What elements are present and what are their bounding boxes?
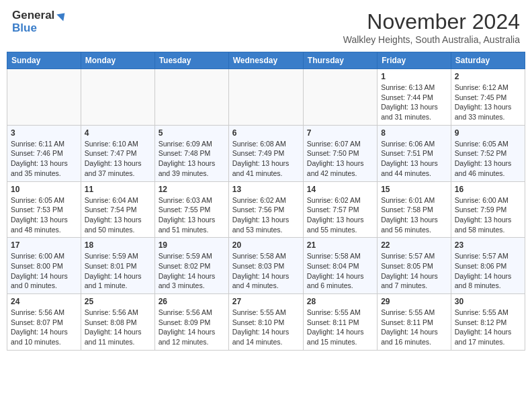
day-number: 28 — [307, 297, 373, 306]
calendar-day-cell: 12Sunrise: 6:03 AM Sunset: 7:55 PM Dayli… — [154, 181, 228, 238]
calendar-header-friday: Friday — [378, 52, 451, 69]
calendar-day-cell — [81, 69, 154, 126]
day-info: Sunrise: 5:56 AM Sunset: 8:07 PM Dayligh… — [11, 308, 77, 347]
calendar-day-cell — [303, 69, 377, 126]
day-info: Sunrise: 6:07 AM Sunset: 7:50 PM Dayligh… — [307, 139, 373, 179]
day-number: 17 — [11, 240, 77, 250]
day-info: Sunrise: 6:01 AM Sunset: 7:58 PM Dayligh… — [381, 195, 447, 235]
day-info: Sunrise: 6:04 AM Sunset: 7:54 PM Dayligh… — [85, 195, 151, 235]
day-info: Sunrise: 6:05 AM Sunset: 7:52 PM Dayligh… — [455, 139, 521, 179]
day-info: Sunrise: 5:59 AM Sunset: 8:02 PM Dayligh… — [159, 251, 225, 291]
calendar-day-cell: 13Sunrise: 6:02 AM Sunset: 7:56 PM Dayli… — [228, 181, 303, 238]
calendar-day-cell: 1Sunrise: 6:13 AM Sunset: 7:44 PM Daylig… — [378, 69, 451, 126]
day-number: 1 — [381, 72, 447, 81]
day-info: Sunrise: 6:09 AM Sunset: 7:48 PM Dayligh… — [159, 139, 225, 179]
calendar-day-cell: 30Sunrise: 5:55 AM Sunset: 8:12 PM Dayli… — [451, 294, 525, 351]
calendar-day-cell: 21Sunrise: 5:58 AM Sunset: 8:04 PM Dayli… — [303, 238, 377, 294]
day-info: Sunrise: 6:05 AM Sunset: 7:53 PM Dayligh… — [11, 195, 77, 235]
day-number: 18 — [85, 240, 151, 250]
day-number: 3 — [11, 128, 77, 138]
calendar-day-cell: 7Sunrise: 6:07 AM Sunset: 7:50 PM Daylig… — [303, 125, 377, 181]
day-info: Sunrise: 5:55 AM Sunset: 8:12 PM Dayligh… — [455, 308, 521, 347]
day-info: Sunrise: 5:59 AM Sunset: 8:01 PM Dayligh… — [85, 251, 151, 291]
calendar-header-saturday: Saturday — [451, 52, 525, 69]
day-number: 4 — [85, 128, 151, 138]
calendar-day-cell: 24Sunrise: 5:56 AM Sunset: 8:07 PM Dayli… — [7, 294, 81, 351]
day-number: 8 — [381, 128, 447, 138]
day-info: Sunrise: 5:56 AM Sunset: 8:09 PM Dayligh… — [159, 308, 225, 347]
calendar-day-cell: 16Sunrise: 6:00 AM Sunset: 7:59 PM Dayli… — [451, 181, 525, 238]
calendar-header-sunday: Sunday — [7, 52, 81, 69]
day-info: Sunrise: 5:57 AM Sunset: 8:06 PM Dayligh… — [455, 251, 521, 291]
day-info: Sunrise: 6:02 AM Sunset: 7:56 PM Dayligh… — [232, 195, 300, 235]
day-number: 10 — [11, 185, 77, 194]
day-info: Sunrise: 5:55 AM Sunset: 8:11 PM Dayligh… — [307, 308, 373, 347]
calendar-day-cell: 9Sunrise: 6:05 AM Sunset: 7:52 PM Daylig… — [451, 125, 525, 181]
calendar-day-cell — [7, 69, 81, 126]
day-number: 13 — [232, 185, 300, 194]
day-info: Sunrise: 6:10 AM Sunset: 7:47 PM Dayligh… — [85, 139, 151, 179]
day-info: Sunrise: 6:06 AM Sunset: 7:51 PM Dayligh… — [381, 139, 447, 179]
calendar-week-row: 24Sunrise: 5:56 AM Sunset: 8:07 PM Dayli… — [7, 294, 525, 351]
day-info: Sunrise: 6:12 AM Sunset: 7:45 PM Dayligh… — [455, 83, 521, 122]
calendar-week-row: 1Sunrise: 6:13 AM Sunset: 7:44 PM Daylig… — [7, 69, 525, 126]
calendar-day-cell: 26Sunrise: 5:56 AM Sunset: 8:09 PM Dayli… — [154, 294, 228, 351]
calendar-week-row: 17Sunrise: 6:00 AM Sunset: 8:00 PM Dayli… — [7, 238, 525, 294]
calendar-table: SundayMondayTuesdayWednesdayThursdayFrid… — [7, 52, 525, 351]
logo-arrow-icon — [57, 10, 69, 21]
day-info: Sunrise: 6:00 AM Sunset: 8:00 PM Dayligh… — [11, 251, 77, 291]
calendar-header-monday: Monday — [81, 52, 154, 69]
calendar-day-cell: 10Sunrise: 6:05 AM Sunset: 7:53 PM Dayli… — [7, 181, 81, 238]
calendar-week-row: 3Sunrise: 6:11 AM Sunset: 7:46 PM Daylig… — [7, 125, 525, 181]
day-number: 30 — [455, 297, 521, 306]
calendar-day-cell: 8Sunrise: 6:06 AM Sunset: 7:51 PM Daylig… — [378, 125, 451, 181]
day-number: 29 — [381, 297, 447, 306]
day-info: Sunrise: 5:55 AM Sunset: 8:11 PM Dayligh… — [381, 308, 447, 347]
day-number: 27 — [232, 297, 300, 306]
calendar-day-cell: 17Sunrise: 6:00 AM Sunset: 8:00 PM Dayli… — [7, 238, 81, 294]
calendar-day-cell: 15Sunrise: 6:01 AM Sunset: 7:58 PM Dayli… — [378, 181, 451, 238]
day-number: 22 — [381, 240, 447, 250]
day-info: Sunrise: 6:03 AM Sunset: 7:55 PM Dayligh… — [159, 195, 225, 235]
calendar-day-cell: 27Sunrise: 5:55 AM Sunset: 8:10 PM Dayli… — [228, 294, 303, 351]
calendar-day-cell — [154, 69, 228, 126]
page-subtitle: Walkley Heights, South Australia, Austra… — [343, 34, 520, 45]
day-info: Sunrise: 6:02 AM Sunset: 7:57 PM Dayligh… — [307, 195, 373, 235]
day-info: Sunrise: 6:08 AM Sunset: 7:49 PM Dayligh… — [232, 139, 300, 179]
calendar-day-cell: 28Sunrise: 5:55 AM Sunset: 8:11 PM Dayli… — [303, 294, 377, 351]
day-number: 25 — [85, 297, 151, 306]
day-info: Sunrise: 5:56 AM Sunset: 8:08 PM Dayligh… — [85, 308, 151, 347]
day-info: Sunrise: 5:58 AM Sunset: 8:03 PM Dayligh… — [232, 251, 300, 291]
calendar-day-cell: 23Sunrise: 5:57 AM Sunset: 8:06 PM Dayli… — [451, 238, 525, 294]
logo: General Blue — [12, 9, 65, 34]
day-number: 15 — [381, 185, 447, 194]
page-header: General Blue November 2024 Walkley Heigh… — [7, 7, 525, 48]
logo-general: General — [12, 9, 54, 21]
day-number: 5 — [159, 128, 225, 138]
logo-blue: Blue — [12, 22, 65, 35]
calendar-header-thursday: Thursday — [303, 52, 377, 69]
calendar-day-cell: 4Sunrise: 6:10 AM Sunset: 7:47 PM Daylig… — [81, 125, 154, 181]
calendar-day-cell: 2Sunrise: 6:12 AM Sunset: 7:45 PM Daylig… — [451, 69, 525, 126]
day-number: 16 — [455, 185, 521, 194]
calendar-day-cell: 14Sunrise: 6:02 AM Sunset: 7:57 PM Dayli… — [303, 181, 377, 238]
day-number: 19 — [159, 240, 225, 250]
calendar-day-cell: 19Sunrise: 5:59 AM Sunset: 8:02 PM Dayli… — [154, 238, 228, 294]
calendar-day-cell: 25Sunrise: 5:56 AM Sunset: 8:08 PM Dayli… — [81, 294, 154, 351]
day-number: 2 — [455, 72, 521, 81]
day-info: Sunrise: 5:57 AM Sunset: 8:05 PM Dayligh… — [381, 251, 447, 291]
day-number: 23 — [455, 240, 521, 250]
day-number: 7 — [307, 128, 373, 138]
calendar-header-row: SundayMondayTuesdayWednesdayThursdayFrid… — [7, 52, 525, 69]
title-block: November 2024 Walkley Heights, South Aus… — [343, 9, 520, 45]
page-title: November 2024 — [343, 9, 520, 34]
calendar-day-cell: 3Sunrise: 6:11 AM Sunset: 7:46 PM Daylig… — [7, 125, 81, 181]
day-info: Sunrise: 5:55 AM Sunset: 8:10 PM Dayligh… — [232, 308, 300, 347]
day-info: Sunrise: 6:11 AM Sunset: 7:46 PM Dayligh… — [11, 139, 77, 179]
day-number: 12 — [159, 185, 225, 194]
calendar-week-row: 10Sunrise: 6:05 AM Sunset: 7:53 PM Dayli… — [7, 181, 525, 238]
calendar-day-cell: 22Sunrise: 5:57 AM Sunset: 8:05 PM Dayli… — [378, 238, 451, 294]
day-number: 26 — [159, 297, 225, 306]
day-number: 9 — [455, 128, 521, 138]
calendar-header-wednesday: Wednesday — [228, 52, 303, 69]
